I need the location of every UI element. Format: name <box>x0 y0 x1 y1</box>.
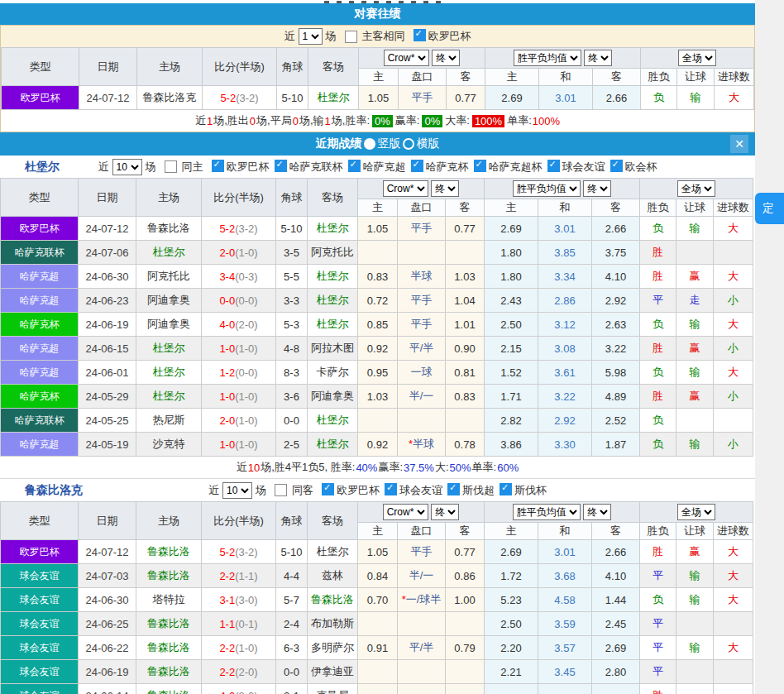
team1-filter-bar: 杜堡尔 近 10 场 同主 欧罗巴杯哈萨克联杯哈萨克超哈萨克杯哈萨克超杯球会友谊… <box>0 156 755 178</box>
away-odds: 1.04 <box>446 289 485 313</box>
scope-select[interactable]: 全场 <box>677 504 715 520</box>
col-wdl: 胜负 <box>641 69 677 86</box>
away-team: 阿拉木图 <box>308 337 358 361</box>
result-goals: 大 <box>714 217 753 241</box>
side-tab[interactable]: 定 <box>755 193 784 224</box>
h2h-count-select[interactable]: 1 <box>299 28 323 45</box>
stats-segment: 场,胜出 <box>213 113 249 128</box>
league-checkbox[interactable] <box>547 160 560 172</box>
league-badge: 球会友谊 <box>1 564 79 588</box>
col-wdl: 胜负 <box>640 523 676 540</box>
avg-draw-odds: 3.57 <box>538 636 592 660</box>
league-badge: 哈萨克超 <box>1 265 79 289</box>
result-wdl: 平 <box>640 636 676 660</box>
league-checkbox[interactable] <box>348 160 361 172</box>
result-wdl: 胜 <box>640 540 676 564</box>
bookmaker-select[interactable]: Crow* <box>383 504 428 520</box>
result-wdl: 负 <box>640 313 676 337</box>
date-cell: 24-05-29 <box>79 385 136 409</box>
scope-select-group: 全场 <box>641 48 754 69</box>
team1-name: 杜堡尔 <box>25 160 60 175</box>
corners-cell: 0-0 <box>276 660 308 684</box>
stats-segment: 场,胜率: <box>332 113 370 128</box>
date-cell: 24-06-30 <box>79 588 136 612</box>
avg-home-odds: 2.69 <box>485 540 538 564</box>
league-checkbox-label: 欧罗巴杯 <box>428 30 471 42</box>
avg-select[interactable]: 胜平负均值 <box>513 504 581 520</box>
avg-draw-odds: 3.01 <box>538 217 592 241</box>
league-badge: 哈萨克联杯 <box>1 409 79 433</box>
avg-draw-odds: 3.22 <box>538 385 592 409</box>
final-select[interactable]: 终 <box>432 50 460 66</box>
result-wdl: 负 <box>641 86 677 110</box>
result-goals: 小 <box>714 289 753 313</box>
home-odds: 1.05 <box>358 217 398 241</box>
col-date: 日期 <box>79 48 137 86</box>
near-label: 近 <box>98 160 109 175</box>
final-select[interactable]: 终 <box>431 504 459 520</box>
team1-count-select[interactable]: 10 <box>112 159 142 175</box>
col-crow-home: 主 <box>359 69 399 86</box>
stats-segment: 0% <box>422 115 442 127</box>
final-select[interactable]: 终 <box>431 180 459 197</box>
home-team: 鲁森比洛 <box>136 540 202 564</box>
corners-cell: 5-10 <box>276 540 308 564</box>
avg-select[interactable]: 胜平负均值 <box>513 180 581 197</box>
final-select[interactable]: 终 <box>584 50 612 66</box>
table-row: 球会友谊24-06-30塔特拉3-1(3-0)5-7鲁森比洛0.70*一/球半1… <box>1 588 753 612</box>
stats-segment: 近 <box>195 113 206 128</box>
league-checkbox[interactable] <box>385 483 397 495</box>
avg-away-odds: 2.69 <box>592 636 640 660</box>
same-away-checkbox[interactable] <box>275 484 287 496</box>
result-handicap: 输 <box>676 636 714 660</box>
avg-away-odds: 2.66 <box>593 86 641 110</box>
league-checkbox-label: 哈萨克联杯 <box>289 160 343 173</box>
bookmaker-select[interactable]: Crow* <box>384 50 429 66</box>
final-select[interactable]: 终 <box>583 180 611 197</box>
col-goals-result: 进球数 <box>715 69 754 86</box>
avg-away-odds: 2.66 <box>592 217 640 241</box>
col-handicap: 盘口 <box>398 523 446 540</box>
away-team: 杜堡尔 <box>308 540 358 564</box>
home-odds <box>358 660 398 684</box>
avg-draw-odds <box>538 684 592 694</box>
team2-count-select[interactable]: 10 <box>222 482 252 499</box>
league-checkbox[interactable] <box>447 483 460 495</box>
home-odds: 0.92 <box>358 337 398 361</box>
league-checkbox[interactable] <box>610 160 623 172</box>
horizontal-radio[interactable] <box>403 138 414 150</box>
avg-home-odds: 1.52 <box>485 361 538 385</box>
same-home-checkbox[interactable] <box>165 160 177 173</box>
scope-select[interactable]: 全场 <box>678 50 716 66</box>
away-team: 卡萨尔 <box>308 361 358 385</box>
home-odds <box>358 241 398 265</box>
avg-home-odds <box>485 684 538 694</box>
avg-select[interactable]: 胜平负均值 <box>514 50 581 66</box>
home-team: 鲁森比洛 <box>136 660 202 684</box>
away-odds: 0.90 <box>446 337 485 361</box>
league-checkbox[interactable] <box>474 160 486 172</box>
col-score: 比分(半场) <box>202 502 276 540</box>
corners-cell: 5-7 <box>276 588 308 612</box>
scope-select[interactable]: 全场 <box>677 180 715 197</box>
home-odds <box>358 684 398 694</box>
col-crow-away: 客 <box>446 199 485 217</box>
result-wdl: 胜 <box>640 265 676 289</box>
final-select[interactable]: 终 <box>583 504 611 520</box>
bookmaker-select[interactable]: Crow* <box>383 180 428 197</box>
score-cell: 3-1(3-0) <box>202 588 276 612</box>
h2h-panel: 近 1 场 主客相同 欧罗巴杯 类型 日期 主场 比分(半场) 角球 客场 Cr… <box>0 25 755 132</box>
league-checkbox[interactable] <box>414 29 426 41</box>
avg-away-odds: 4.10 <box>592 265 640 289</box>
date-cell: 24-06-22 <box>79 636 136 660</box>
league-checkbox[interactable] <box>322 483 334 495</box>
league-checkbox[interactable] <box>411 160 423 172</box>
close-icon[interactable]: ✕ <box>730 135 748 153</box>
league-checkbox[interactable] <box>275 160 287 172</box>
same-venue-checkbox[interactable] <box>345 31 357 43</box>
handicap-cell: 半/一 <box>398 385 446 409</box>
league-checkbox[interactable] <box>500 483 512 495</box>
league-badge: 欧罗巴杯 <box>1 217 79 241</box>
league-checkbox[interactable] <box>212 160 224 172</box>
vertical-radio[interactable] <box>364 138 375 150</box>
